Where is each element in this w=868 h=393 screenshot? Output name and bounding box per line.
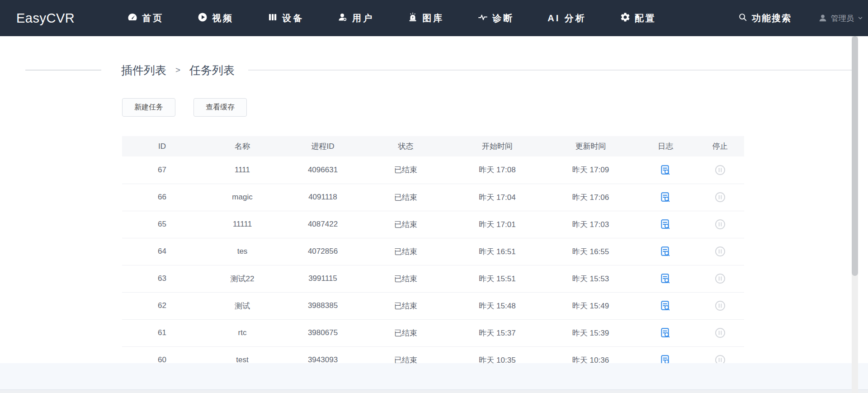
user-name-label: 管理员 [831,13,854,24]
stop-task-icon[interactable] [714,246,726,257]
stop-task-icon[interactable] [714,300,726,312]
search-icon [738,12,748,24]
cell-name: 测试 [202,292,283,319]
cell-pid: 4091118 [283,184,363,211]
user-menu[interactable]: 管理员 [818,13,863,24]
view-log-icon[interactable] [660,273,671,284]
nav-item-diagnosis[interactable]: 诊断 [477,12,514,25]
nav-item-device[interactable]: 设备 [267,12,304,25]
cell-log [635,238,696,265]
view-log-icon[interactable] [660,218,671,230]
scrollbar-thumb[interactable] [852,36,858,276]
view-log-icon[interactable] [660,327,671,339]
brand-logo[interactable]: EasyCVR [16,11,75,26]
avatar-icon [818,13,828,23]
col-header-log: 日志 [635,136,696,156]
task-table-body: 67 1111 4096631 已结束 昨天 17:08 昨天 17:09 [122,156,744,374]
table-row: 65 11111 4087422 已结束 昨天 17:01 昨天 17:03 [122,211,744,238]
scrollbar-track[interactable] [852,36,858,393]
dashboard-icon [127,12,138,25]
stop-task-icon[interactable] [714,164,726,176]
nav-item-label: 首页 [142,12,164,24]
nav-item-user[interactable]: 用户 [337,12,374,25]
cell-stop [696,265,744,292]
gear-icon [620,12,631,25]
cell-start-time: 昨天 17:01 [448,211,546,238]
view-log-icon[interactable] [660,246,671,257]
function-search-label: 功能搜索 [752,12,792,24]
new-task-button[interactable]: 新建任务 [122,98,175,117]
footer-band [0,363,868,393]
function-search[interactable]: 功能搜索 [738,12,792,24]
nav-item-label: 视频 [212,12,234,24]
cell-status: 已结束 [363,184,448,211]
cell-status: 已结束 [363,319,448,346]
cell-name: 1111 [202,156,283,184]
cell-update-time: 昨天 16:55 [546,238,635,265]
cell-stop [696,238,744,265]
toolbar: 新建任务 查看缓存 [122,98,868,117]
nav-item-label: 用户 [352,12,374,24]
table-row: 64 tes 4072856 已结束 昨天 16:51 昨天 16:55 [122,238,744,265]
nav-item-config[interactable]: 配置 [620,12,656,25]
cell-stop [696,211,744,238]
col-header-status: 状态 [363,136,448,156]
cell-stop [696,184,744,211]
main-menu: 首页 视频 设备 用户 图库 诊断 AI 分析 配置 [127,12,656,25]
nav-item-label: 图库 [422,12,444,24]
cell-name: tes [202,238,283,265]
cell-pid: 4087422 [283,211,363,238]
stop-task-icon[interactable] [714,191,726,203]
cell-start-time: 昨天 16:51 [448,238,546,265]
cell-id: 63 [122,265,202,292]
col-header-update-time: 更新时间 [546,136,635,156]
view-log-icon[interactable] [660,164,671,176]
breadcrumb-parent[interactable]: 插件列表 [121,63,166,78]
cell-start-time: 昨天 17:08 [448,156,546,184]
cell-update-time: 昨天 17:06 [546,184,635,211]
table-row: 62 测试 3988385 已结束 昨天 15:48 昨天 15:49 [122,292,744,319]
view-log-icon[interactable] [660,191,671,203]
cell-status: 已结束 [363,156,448,184]
cell-log [635,319,696,346]
table-row: 63 测试22 3991115 已结束 昨天 15:51 昨天 15:53 [122,265,744,292]
cell-update-time: 昨天 15:39 [546,319,635,346]
view-cache-button[interactable]: 查看缓存 [193,98,247,117]
nav-item-label: 设备 [282,12,304,24]
device-icon [267,12,278,25]
stop-task-icon[interactable] [714,218,726,230]
cell-update-time: 昨天 17:03 [546,211,635,238]
cell-update-time: 昨天 15:53 [546,265,635,292]
col-header-pid: 进程ID [283,136,363,156]
user-icon [337,12,348,25]
cell-id: 62 [122,292,202,319]
cell-name: rtc [202,319,283,346]
cell-stop [696,292,744,319]
breadcrumb-left-divider [25,70,101,71]
siren-icon [407,12,418,25]
stop-task-icon[interactable] [714,273,726,284]
chevron-down-icon [857,15,863,21]
nav-item-label: 配置 [635,12,656,24]
cell-pid: 3980675 [283,319,363,346]
cell-start-time: 昨天 15:37 [448,319,546,346]
cell-id: 67 [122,156,202,184]
view-log-icon[interactable] [660,300,671,312]
cell-name: magic [202,184,283,211]
stop-task-icon[interactable] [714,327,726,339]
cell-id: 65 [122,211,202,238]
nav-item-home[interactable]: 首页 [127,12,164,25]
table-row: 66 magic 4091118 已结束 昨天 17:04 昨天 17:06 [122,184,744,211]
cell-status: 已结束 [363,292,448,319]
nav-item-video[interactable]: 视频 [197,12,234,25]
nav-item-gallery[interactable]: 图库 [407,12,444,25]
cell-id: 66 [122,184,202,211]
nav-item-label: AI 分析 [547,12,586,24]
cell-status: 已结束 [363,265,448,292]
cell-pid: 3988385 [283,292,363,319]
cell-status: 已结束 [363,211,448,238]
cell-pid: 4096631 [283,156,363,184]
play-icon [197,12,208,25]
nav-item-ai-analysis[interactable]: AI 分析 [547,12,586,24]
cell-start-time: 昨天 15:51 [448,265,546,292]
